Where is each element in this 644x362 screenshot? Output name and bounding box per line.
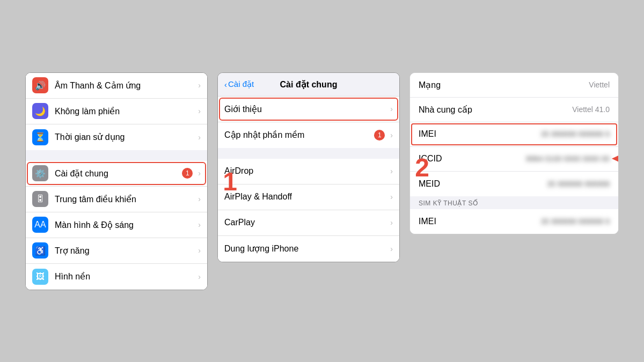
chevron-right-icon: › (390, 245, 393, 253)
settings-row-khong-lam-phien[interactable]: 🌙Không làm phiền› (26, 99, 207, 124)
airplay-label: AirPlay & Handoff (224, 192, 388, 202)
imei-label: IMEI (419, 129, 462, 139)
info-row-meid: MEID35 999999 999999 (410, 172, 618, 196)
step-1-number: 1 (223, 166, 237, 196)
hinh-nen-label: Hình nền (55, 271, 196, 282)
chevron-right-icon: › (390, 193, 393, 201)
settings-row-tro-nang[interactable]: ♿Trợ năng› (26, 238, 207, 264)
chevron-right-icon: › (198, 272, 201, 281)
settings-row-gioi-thieu[interactable]: Giới thiệu› (218, 97, 399, 122)
cap-nhat-badge: 1 (374, 130, 385, 141)
settings-row-am-thanh[interactable]: 🔊Âm Thanh & Cảm ứng› (26, 73, 207, 99)
red-arrow-icon: ➤ (611, 150, 619, 168)
chevron-right-icon: › (198, 195, 201, 203)
chevron-right-icon: › (198, 107, 201, 115)
cap-nhat-label: Cập nhật phần mềm (224, 130, 374, 140)
info-row-imei: IMEI35 999999 999999 9 (410, 122, 618, 147)
settings-row-cap-nhat[interactable]: Cập nhật phần mềm1› (218, 122, 399, 148)
cai-dat-chung-badge: 1 (182, 168, 193, 179)
thoi-gian-label: Thời gian sử dụng (55, 132, 196, 142)
settings-row-thoi-gian[interactable]: ⏳Thời gian sử dụng› (26, 124, 207, 150)
am-thanh-icon: 🔊 (32, 77, 48, 93)
sim-imei-sim-label: IMEI (419, 217, 462, 226)
nav-title: Cài đặt chung (280, 79, 338, 90)
trung-tam-icon: 🎛 (32, 191, 48, 207)
meid-value: 35 999999 999999 (466, 180, 610, 188)
settings-row-hinh-nen[interactable]: 🖼Hình nền› (26, 264, 207, 290)
info-row-mang: MạngViettel (410, 73, 618, 98)
settings-row-trung-tam[interactable]: 🎛Trung tâm điều khiển› (26, 187, 207, 212)
info-row-iccid: ICCID8984 0100 0000 0000 00➤ (410, 147, 618, 172)
sim-imei-sim-value: 35 999999 999999 9 (466, 217, 610, 226)
hinh-nen-icon: 🖼 (32, 269, 48, 285)
chevron-right-icon: › (390, 131, 393, 139)
carplay-label: CarPlay (224, 218, 388, 227)
tro-nang-label: Trợ năng (55, 246, 196, 256)
imei-value: 35 999999 999999 9 (466, 130, 610, 138)
man-hinh-label: Màn hình & Độ sáng (55, 220, 196, 230)
settings-row-airdrop[interactable]: AirDrop› (218, 159, 399, 184)
chevron-right-icon: › (198, 81, 201, 90)
nha-cung-cap-value: Viettel 41.0 (477, 105, 610, 114)
cai-dat-chung-icon: ⚙️ (32, 165, 48, 181)
settings-row-carplay[interactable]: CarPlay› (218, 210, 399, 236)
dung-luong-label: Dung lượng iPhone (224, 243, 388, 254)
tro-nang-icon: ♿ (32, 242, 48, 258)
chevron-right-icon: › (198, 246, 201, 255)
sim-section-header: SIM KỸ THUẬT SỐ (410, 196, 618, 209)
chevron-right-icon: › (390, 105, 393, 113)
iccid-value: 8984 0100 0000 0000 00 (466, 154, 610, 163)
chevron-right-icon: › (198, 169, 201, 178)
chevron-right-icon: › (390, 218, 393, 227)
info-row-sim-imei-sim: IMEI35 999999 999999 9 (410, 209, 618, 234)
mang-value: Viettel (466, 80, 610, 89)
step-2-number: 2 (415, 152, 429, 182)
trung-tam-label: Trung tâm điều khiển (55, 194, 196, 204)
am-thanh-label: Âm Thanh & Cảm ứng (55, 80, 196, 91)
gioi-thieu-label: Giới thiệu (224, 104, 388, 114)
chevron-right-icon: › (198, 133, 201, 142)
nha-cung-cap-label: Nhà cung cấp (419, 105, 472, 115)
chevron-right-icon: › (390, 167, 393, 175)
info-row-nha-cung-cap: Nhà cung cấpViettel 41.0 (410, 98, 618, 122)
cai-dat-chung-label: Cài đặt chung (55, 168, 182, 179)
info-panel: MạngViettelNhà cung cấpViettel 41.0IMEI3… (409, 72, 619, 234)
back-button[interactable]: ‹ Cài đặt (224, 79, 254, 89)
man-hinh-icon: AA (32, 217, 48, 233)
settings-row-cai-dat-chung[interactable]: ⚙️Cài đặt chung1› (26, 161, 207, 187)
settings-row-dung-luong[interactable]: Dung lượng iPhone› (218, 236, 399, 262)
settings-row-airplay[interactable]: AirPlay & Handoff› (218, 184, 399, 210)
chevron-right-icon: › (198, 220, 201, 229)
airdrop-label: AirDrop (224, 166, 388, 176)
mang-label: Mạng (419, 80, 462, 90)
settings-panel-1: 🔊Âm Thanh & Cảm ứng›🌙Không làm phiền›⏳Th… (25, 72, 208, 290)
settings-row-man-hinh[interactable]: AAMàn hình & Độ sáng› (26, 212, 207, 238)
chevron-left-icon: ‹ (224, 80, 227, 89)
back-label: Cài đặt (228, 79, 254, 89)
khong-lam-phien-label: Không làm phiền (55, 106, 196, 116)
settings-panel-2: ‹ Cài đặt Cài đặt chung Giới thiệu›Cập n… (217, 72, 400, 262)
khong-lam-phien-icon: 🌙 (32, 103, 48, 119)
nav-header: ‹ Cài đặt Cài đặt chung (218, 73, 399, 97)
thoi-gian-icon: ⏳ (32, 129, 48, 145)
